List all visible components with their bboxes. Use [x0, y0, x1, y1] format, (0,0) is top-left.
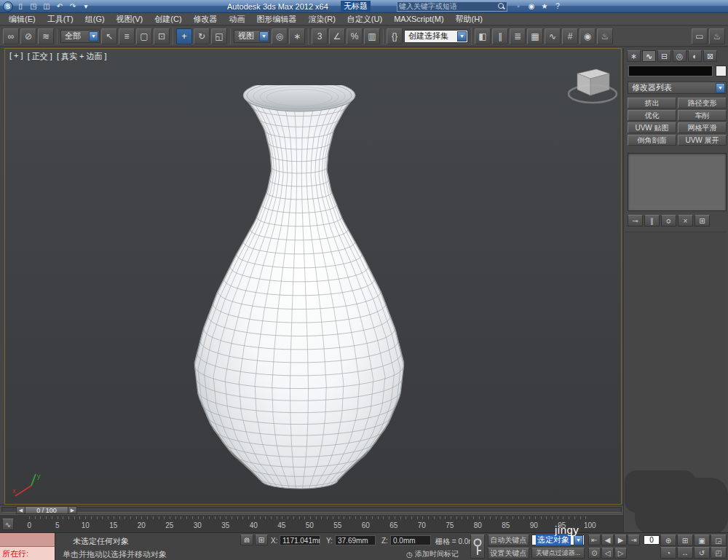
select-and-link-icon[interactable]: ∞	[3, 28, 19, 44]
add-time-tag[interactable]: ◷添加时间标记	[406, 549, 459, 559]
auto-key-button[interactable]: 自动关键点	[488, 535, 529, 546]
show-end-result-icon[interactable]: ∥	[644, 215, 660, 226]
tab-motion-icon[interactable]: ◎	[673, 50, 687, 62]
open-file-icon[interactable]: ◳	[28, 1, 39, 12]
edit-named-selection-sets-icon[interactable]: {}	[387, 28, 403, 44]
menu-item[interactable]: 编辑(E)	[3, 14, 41, 25]
next-key-icon[interactable]: ▷	[614, 548, 627, 559]
modifier-button-unwrap-uvw[interactable]: UVW 展开	[678, 135, 727, 146]
select-and-manipulate-icon[interactable]: ∗	[289, 28, 305, 44]
render-setup-icon[interactable]: ♨	[597, 28, 613, 44]
mirror-icon[interactable]: ◧	[475, 28, 491, 44]
menu-item[interactable]: 自定义(U)	[341, 14, 388, 25]
chevron-down-icon[interactable]: ▼	[574, 535, 583, 545]
rendered-frame-window-icon[interactable]: ▭	[692, 28, 708, 44]
chevron-down-icon[interactable]: ▼	[259, 31, 269, 42]
key-mode-toggle-icon[interactable]: ⊙	[588, 548, 601, 559]
select-and-scale-icon[interactable]: ◱	[211, 28, 227, 44]
menu-item[interactable]: 组(G)	[79, 14, 111, 25]
modifier-button-bevel-profile[interactable]: 倒角剖面	[628, 135, 676, 146]
menu-item[interactable]: 创建(C)	[149, 14, 187, 25]
key-filters-button[interactable]: 关键点过滤器...	[531, 548, 585, 559]
modifier-button-lathe[interactable]: 车削	[678, 110, 727, 121]
vase-wireframe[interactable]	[178, 85, 421, 493]
menu-item[interactable]: 渲染(R)	[303, 14, 341, 25]
menu-item[interactable]: 动画	[223, 14, 251, 25]
tab-utilities-icon[interactable]: ⊠	[703, 50, 717, 62]
new-scene-icon[interactable]: ▯	[15, 1, 26, 12]
search-input[interactable]	[399, 2, 497, 10]
go-to-start-icon[interactable]: ⇤	[588, 535, 601, 545]
zoom-all-icon[interactable]: ⊞	[677, 535, 693, 546]
viewport-menu-general[interactable]: [ + ]	[9, 51, 23, 62]
communication-center-icon[interactable]: ◉	[526, 1, 537, 12]
zoom-extents-all-icon[interactable]: ◲	[711, 535, 727, 546]
tab-hierarchy-icon[interactable]: ⊟	[657, 50, 671, 62]
modifier-button-path-deform[interactable]: 路径变形	[678, 98, 727, 109]
maximize-viewport-toggle-icon[interactable]: ◰	[711, 547, 727, 559]
time-slider-handle[interactable]: ◀ 0 / 100 ▶	[16, 506, 77, 514]
named-selection-set-dropdown[interactable]: 创建选择集 ▼	[404, 30, 468, 43]
zoom-icon[interactable]: ⊕	[660, 535, 676, 546]
set-keys-button[interactable]	[470, 535, 485, 559]
modifier-button-extrude[interactable]: 挤出	[628, 98, 676, 109]
make-unique-icon[interactable]: ≎	[661, 215, 676, 226]
viewport-menu-shading[interactable]: [ 真实 + 边面 ]	[57, 51, 107, 62]
modifier-list-dropdown[interactable]: 修改器列表 ▼	[628, 82, 727, 94]
open-mini-curve-editor-icon[interactable]: ∿	[2, 518, 14, 530]
x-coordinate-field[interactable]: 1171.041mm	[280, 535, 320, 545]
modifier-button-uvw-map[interactable]: UVW 贴图	[628, 122, 676, 133]
material-editor-icon[interactable]: ◉	[579, 28, 596, 44]
viewcube-cube[interactable]	[577, 69, 609, 95]
track-bar[interactable]: 0510152025303540455055606570758085909510…	[0, 514, 623, 532]
curve-editor-icon[interactable]: ∿	[545, 28, 561, 44]
unlink-selection-icon[interactable]: ⊘	[20, 28, 36, 44]
percent-snap-toggle-icon[interactable]: %	[347, 28, 363, 44]
modifier-button-meshsmooth[interactable]: 网格平滑	[678, 122, 727, 133]
next-frame-arrow-icon[interactable]: ▶	[68, 506, 77, 514]
align-icon[interactable]: ∥	[492, 28, 508, 44]
viewcube[interactable]	[564, 60, 621, 109]
chevron-down-icon[interactable]: ▼	[457, 31, 467, 42]
quick-access-dropdown-icon[interactable]: ▾	[80, 1, 92, 12]
menu-item[interactable]: MAXScript(M)	[388, 15, 449, 23]
viewport-menu-pov[interactable]: [ 正交 ]	[28, 51, 52, 62]
save-file-icon[interactable]: ◫	[41, 1, 52, 12]
reference-coordinate-dropdown[interactable]: 视图 ▼	[234, 30, 270, 43]
spinner-snap-toggle-icon[interactable]: ▥	[364, 28, 380, 44]
select-object-icon[interactable]: ↖	[101, 28, 117, 44]
previous-frame-arrow-icon[interactable]: ◀	[16, 506, 25, 514]
chevron-down-icon[interactable]: ▼	[716, 83, 725, 93]
remove-modifier-icon[interactable]: ×	[678, 215, 693, 226]
tab-modify-icon[interactable]: ∿	[642, 50, 656, 62]
menu-item[interactable]: 工具(T)	[41, 14, 79, 25]
rectangular-selection-region-icon[interactable]: ▢	[136, 28, 152, 44]
menu-item[interactable]: 帮助(H)	[450, 14, 488, 25]
window-crossing-toggle-icon[interactable]: ⊡	[154, 28, 170, 44]
bind-to-space-warp-icon[interactable]: ≋	[38, 28, 54, 44]
help-icon[interactable]: ?	[552, 1, 563, 12]
render-production-icon[interactable]: ♨	[709, 28, 725, 44]
pan-view-icon[interactable]: ↔	[677, 547, 693, 559]
object-name-input[interactable]	[628, 66, 713, 76]
search-icon[interactable]	[497, 2, 505, 10]
modifier-button-optimize[interactable]: 优化	[628, 110, 676, 121]
key-filter-dropdown[interactable]: 选定对象 ▼	[531, 535, 585, 545]
layer-manager-icon[interactable]: ≣	[510, 28, 526, 44]
menu-item[interactable]: 修改器	[188, 14, 223, 25]
menu-item[interactable]: 视图(V)	[111, 14, 149, 25]
field-of-view-icon[interactable]: ◔	[660, 547, 676, 559]
select-and-move-icon[interactable]: +	[176, 28, 192, 44]
play-animation-icon[interactable]: ▶	[614, 535, 627, 545]
schematic-view-icon[interactable]: #	[562, 28, 578, 44]
graphite-modeling-tools-icon[interactable]: ▦	[527, 28, 543, 44]
previous-key-icon[interactable]: ◁	[601, 548, 614, 559]
pin-stack-icon[interactable]: ⊸	[628, 215, 643, 226]
object-color-swatch[interactable]	[716, 66, 727, 76]
maxscript-mini-listener[interactable]: 所在行:	[0, 533, 55, 560]
listener-row[interactable]: 所在行:	[0, 547, 55, 560]
tab-display-icon[interactable]: ◐	[688, 50, 702, 62]
tab-create-icon[interactable]: ∗	[627, 50, 641, 62]
absolute-offset-mode-icon[interactable]: ⊞	[255, 535, 268, 545]
app-logo-icon[interactable]: S	[3, 1, 13, 12]
